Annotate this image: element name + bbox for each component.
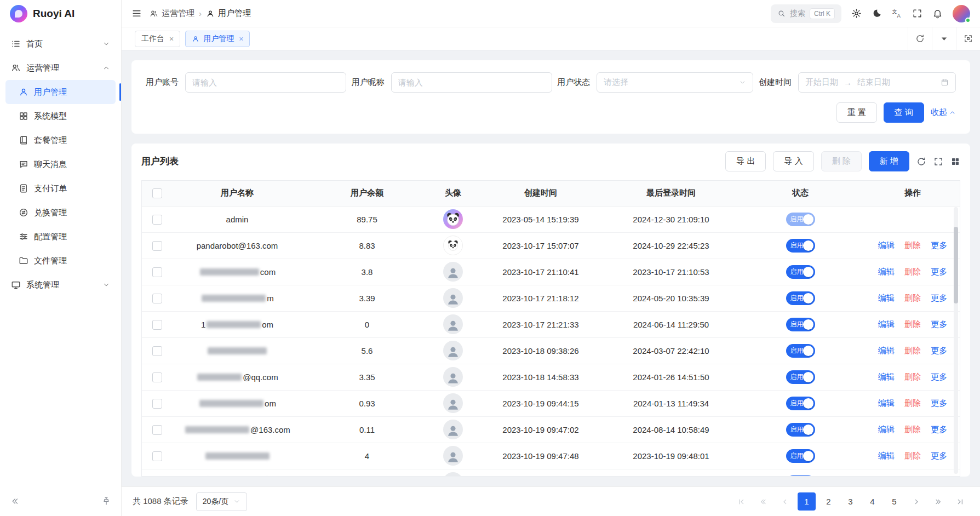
status-toggle[interactable]: 启用 [786,318,815,331]
sidebar-item-system[interactable]: 系统管理 [5,273,116,297]
delete-link[interactable]: 删除 [904,267,921,276]
tab-options-icon[interactable] [932,27,956,50]
more-link[interactable]: 更多 [931,346,947,355]
page-size-select[interactable]: 20条/页 [196,492,247,511]
more-link[interactable]: 更多 [931,240,947,250]
close-icon[interactable]: × [239,35,243,43]
sidebar-item-order[interactable]: 支付订单 [5,176,116,200]
row-checkbox[interactable] [152,425,162,435]
row-checkbox[interactable] [152,399,162,409]
sidebar-item-model[interactable]: 系统模型 [5,104,116,128]
settings-gear-icon[interactable] [851,8,862,19]
row-checkbox[interactable] [152,320,162,330]
edit-link[interactable]: 编辑 [878,372,895,381]
row-checkbox[interactable] [152,372,162,382]
sidebar-item-package[interactable]: 套餐管理 [5,128,116,152]
pin-icon[interactable] [101,496,111,506]
sidebar-item-user[interactable]: 用户管理 [5,80,116,104]
status-toggle[interactable]: 启用 [786,370,815,384]
status-toggle[interactable]: 启用 [786,265,815,279]
page-button-3[interactable]: 3 [841,492,859,511]
row-checkbox[interactable] [152,267,162,277]
select-all-checkbox[interactable] [152,188,162,198]
import-button[interactable]: 导 入 [773,151,813,171]
delete-link[interactable]: 删除 [904,240,921,250]
page-button-4[interactable]: 4 [863,492,881,511]
more-link[interactable]: 更多 [931,319,947,329]
breadcrumb-operations[interactable]: 运营管理 [150,8,194,19]
delete-link[interactable]: 删除 [904,425,921,434]
nickname-input[interactable] [391,72,552,93]
fullscreen-icon[interactable] [912,8,922,19]
more-link[interactable]: 更多 [931,267,947,276]
page-button-1[interactable]: 1 [798,492,816,511]
delete-button[interactable]: 删 除 [821,151,862,171]
page-button-2[interactable]: 2 [819,492,838,511]
table-scrollbar[interactable] [954,207,958,474]
reset-button[interactable]: 重 置 [836,102,877,123]
sidebar-item-folder[interactable]: 文件管理 [5,249,116,273]
sidebar-collapse-icon[interactable] [10,496,20,506]
status-toggle[interactable]: 启用 [786,344,815,358]
add-button[interactable]: 新 增 [869,151,909,171]
language-translate-icon[interactable]: 文A [892,8,902,19]
status-toggle[interactable]: 启用 [786,397,815,410]
delete-link[interactable]: 删除 [904,372,921,381]
row-checkbox[interactable] [152,451,162,461]
jump-back-button[interactable] [754,492,772,511]
edit-link[interactable]: 编辑 [878,398,895,408]
delete-link[interactable]: 删除 [904,319,921,329]
breadcrumb-user-management[interactable]: 用户管理 [206,8,251,19]
more-link[interactable]: 更多 [931,293,947,302]
fullscreen-table-icon[interactable] [933,157,943,167]
edit-link[interactable]: 编辑 [878,240,895,250]
more-link[interactable]: 更多 [931,451,947,460]
more-link[interactable]: 更多 [931,372,947,381]
edit-link[interactable]: 编辑 [878,319,895,329]
status-select[interactable]: 请选择 [597,72,753,93]
row-checkbox[interactable] [152,241,162,251]
edit-link[interactable]: 编辑 [878,293,895,302]
delete-link[interactable]: 删除 [904,451,921,460]
edit-link[interactable]: 编辑 [878,267,895,276]
notifications-bell-icon[interactable] [932,8,943,19]
app-logo[interactable]: Ruoyi AI [0,0,121,27]
collapse-filter-link[interactable]: 收起 [931,107,956,118]
scrollbar-thumb[interactable] [954,227,958,303]
status-toggle[interactable]: 启用 [786,475,815,477]
page-button-5[interactable]: 5 [885,492,903,511]
date-range-picker[interactable]: 开始日期 → 结束日期 [798,72,956,93]
account-input[interactable] [185,72,346,93]
refresh-table-icon[interactable] [916,157,926,167]
sidebar-item-exchange[interactable]: 兑换管理 [5,200,116,225]
status-toggle[interactable]: 启用 [786,291,815,305]
dark-mode-moon-icon[interactable] [872,8,882,19]
hamburger-menu-icon[interactable] [131,8,142,19]
global-search[interactable]: 搜索 Ctrl K [771,4,841,23]
edit-link[interactable]: 编辑 [878,451,895,460]
row-checkbox[interactable] [152,215,162,225]
sidebar-item-chat[interactable]: 聊天消息 [5,152,116,176]
sidebar-item-home[interactable]: 首页 [5,32,116,56]
close-icon[interactable]: × [169,35,174,43]
tab-workbench[interactable]: 工作台 × [135,31,180,47]
more-link[interactable]: 更多 [931,425,947,434]
jump-forward-button[interactable] [929,492,947,511]
delete-link[interactable]: 删除 [904,398,921,408]
status-toggle[interactable]: 启用 [786,423,815,437]
status-toggle[interactable]: 启用 [786,449,815,463]
user-avatar[interactable] [953,5,970,22]
maximize-content-icon[interactable] [956,27,980,50]
row-checkbox[interactable] [152,346,162,356]
tab-user-management[interactable]: 用户管理 × [185,31,250,47]
row-checkbox[interactable] [152,294,162,303]
column-settings-icon[interactable] [950,157,960,167]
first-page-button[interactable] [732,492,750,511]
prev-page-button[interactable] [776,492,794,511]
export-button[interactable]: 导 出 [725,151,766,171]
edit-link[interactable]: 编辑 [878,346,895,355]
edit-link[interactable]: 编辑 [878,425,895,434]
delete-link[interactable]: 删除 [904,293,921,302]
sidebar-item-config[interactable]: 配置管理 [5,225,116,249]
last-page-button[interactable] [951,492,969,511]
